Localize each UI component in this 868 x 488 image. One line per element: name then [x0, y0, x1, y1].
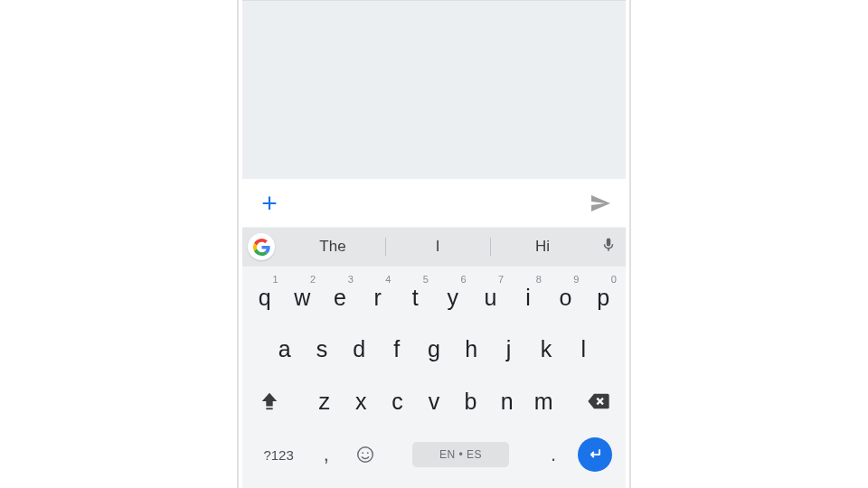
- key-label: q: [259, 285, 271, 311]
- symbols-key[interactable]: ?123: [250, 447, 307, 463]
- keyboard-row-4: ?123 , EN • ES .: [246, 427, 622, 484]
- send-button[interactable]: [584, 192, 613, 214]
- key-label: u: [484, 285, 496, 311]
- key-label: d: [353, 336, 365, 362]
- phone-frame: + The I Hi 1q 2w 3e 4r: [237, 0, 631, 488]
- key-label: c: [392, 389, 403, 415]
- emoji-key[interactable]: [344, 445, 386, 465]
- key-label: o: [560, 285, 572, 311]
- key-i[interactable]: 8i: [509, 272, 547, 324]
- shift-icon: [259, 390, 279, 412]
- key-label: g: [428, 336, 440, 362]
- key-f[interactable]: f: [378, 324, 415, 375]
- key-q[interactable]: 1q: [246, 272, 284, 324]
- chat-area: [242, 0, 626, 179]
- backspace-key[interactable]: [575, 376, 623, 427]
- key-label: l: [581, 336, 587, 362]
- key-hint: 1: [272, 274, 278, 285]
- key-c[interactable]: c: [379, 376, 415, 427]
- key-hint: 9: [573, 274, 579, 285]
- key-label: y: [448, 285, 459, 311]
- key-hint: 2: [310, 274, 316, 285]
- keyboard-row-2: a s d f g h j k l: [246, 324, 622, 375]
- key-label: w: [294, 285, 310, 311]
- key-p[interactable]: 0p: [584, 272, 622, 324]
- key-label: x: [355, 389, 367, 415]
- key-label: p: [597, 285, 609, 311]
- key-w[interactable]: 2w: [284, 272, 322, 324]
- key-g[interactable]: g: [415, 324, 452, 375]
- suggestion-item[interactable]: I: [385, 228, 490, 266]
- key-label: f: [393, 336, 400, 362]
- microphone-icon: [600, 235, 617, 255]
- voice-input-button[interactable]: [600, 235, 617, 258]
- key-label: h: [465, 336, 477, 362]
- key-b[interactable]: b: [452, 376, 488, 427]
- suggestion-bar: The I Hi: [242, 228, 626, 266]
- enter-icon: [586, 446, 604, 464]
- key-label: b: [464, 389, 476, 415]
- svg-point-2: [363, 453, 364, 455]
- key-h[interactable]: h: [453, 324, 490, 375]
- key-hint: 8: [536, 274, 542, 285]
- key-label: s: [316, 336, 328, 362]
- key-k[interactable]: k: [527, 324, 564, 375]
- backspace-icon: [586, 392, 611, 410]
- key-j[interactable]: j: [490, 324, 527, 375]
- key-label: z: [319, 389, 331, 415]
- key-hint: 7: [498, 274, 504, 285]
- keyboard-row-1: 1q 2w 3e 4r 5t 6y 7u 8i 9o 0p: [246, 272, 622, 324]
- key-hint: 3: [348, 274, 354, 285]
- key-hint: 6: [460, 274, 466, 285]
- emoji-icon: [355, 445, 375, 465]
- key-n[interactable]: n: [489, 376, 525, 427]
- key-s[interactable]: s: [303, 324, 340, 375]
- key-a[interactable]: a: [266, 324, 303, 375]
- key-e[interactable]: 3e: [321, 272, 359, 324]
- svg-rect-0: [267, 408, 273, 409]
- suggestion-item[interactable]: The: [280, 228, 385, 266]
- key-o[interactable]: 9o: [547, 272, 585, 324]
- key-hint: 5: [423, 274, 429, 285]
- key-y[interactable]: 6y: [434, 272, 472, 324]
- key-z[interactable]: z: [307, 376, 343, 427]
- key-hint: 4: [385, 274, 391, 285]
- compose-bar: +: [242, 179, 626, 228]
- keyboard: 1q 2w 3e 4r 5t 6y 7u 8i 9o 0p a s d f g …: [242, 266, 626, 488]
- key-label: n: [501, 389, 514, 415]
- key-label: t: [412, 285, 419, 311]
- key-v[interactable]: v: [416, 376, 452, 427]
- google-search-button[interactable]: [248, 233, 275, 260]
- key-hint: 0: [611, 274, 617, 285]
- space-key[interactable]: EN • ES: [386, 442, 534, 467]
- send-icon: [588, 192, 613, 214]
- svg-point-3: [367, 453, 369, 455]
- svg-point-1: [358, 447, 373, 463]
- key-r[interactable]: 4r: [359, 272, 397, 324]
- add-attachment-button[interactable]: +: [255, 190, 284, 217]
- key-d[interactable]: d: [341, 324, 378, 375]
- key-label: a: [278, 336, 291, 362]
- key-m[interactable]: m: [525, 376, 561, 427]
- comma-key[interactable]: ,: [307, 443, 344, 466]
- key-label: r: [373, 285, 381, 311]
- enter-key[interactable]: [572, 437, 618, 472]
- key-label: i: [525, 285, 531, 311]
- google-logo-icon: [253, 239, 270, 256]
- key-t[interactable]: 5t: [396, 272, 434, 324]
- key-x[interactable]: x: [343, 376, 379, 427]
- suggestion-list: The I Hi: [280, 228, 595, 266]
- shift-key[interactable]: [246, 376, 294, 427]
- key-label: k: [541, 336, 552, 362]
- key-l[interactable]: l: [565, 324, 602, 375]
- key-label: j: [506, 336, 512, 362]
- period-key[interactable]: .: [535, 443, 572, 466]
- space-label: EN • ES: [412, 442, 509, 467]
- key-label: e: [334, 285, 346, 311]
- keyboard-row-3: z x c v b n m: [246, 376, 622, 427]
- key-label: v: [429, 389, 440, 415]
- key-u[interactable]: 7u: [472, 272, 510, 324]
- suggestion-item[interactable]: Hi: [490, 228, 595, 266]
- key-label: m: [534, 389, 553, 415]
